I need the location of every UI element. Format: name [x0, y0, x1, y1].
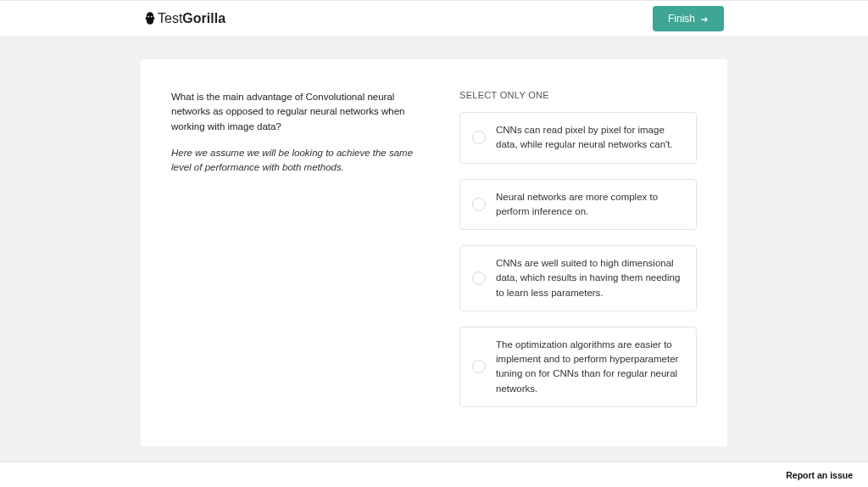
brand-text: TestGorilla: [158, 11, 225, 26]
option-text: CNNs are well suited to high dimensional…: [496, 256, 684, 300]
instruction-label: SELECT ONLY ONE: [459, 90, 697, 100]
answer-option[interactable]: Neural networks are more complex to perf…: [459, 179, 697, 231]
radio-icon: [472, 271, 486, 285]
report-issue-link[interactable]: Report an issue: [786, 470, 853, 480]
bottom-bar: Report an issue: [0, 462, 868, 487]
option-text: The optimization algorithms are easier t…: [496, 338, 684, 396]
options-column: SELECT ONLY ONE CNNs can read pixel by p…: [459, 90, 697, 423]
finish-button[interactable]: Finish: [653, 6, 724, 31]
question-card: What is the main advantage of Convolutio…: [141, 59, 727, 446]
header-bar: TestGorilla Finish: [0, 0, 868, 37]
question-note: Here we assume we will be looking to ach…: [171, 146, 426, 176]
gorilla-icon: [144, 11, 156, 26]
question-text: What is the main advantage of Convolutio…: [171, 90, 426, 134]
question-column: What is the main advantage of Convolutio…: [171, 90, 426, 423]
brand-logo: TestGorilla: [144, 11, 225, 26]
option-text: CNNs can read pixel by pixel for image d…: [496, 123, 684, 153]
option-text: Neural networks are more complex to perf…: [496, 190, 684, 220]
answer-option[interactable]: CNNs are well suited to high dimensional…: [459, 245, 697, 311]
radio-icon: [472, 198, 486, 211]
answer-option[interactable]: CNNs can read pixel by pixel for image d…: [459, 112, 697, 164]
arrow-right-icon: [700, 14, 709, 23]
answer-option[interactable]: The optimization algorithms are easier t…: [459, 327, 697, 407]
radio-icon: [472, 360, 486, 373]
radio-icon: [472, 131, 486, 144]
